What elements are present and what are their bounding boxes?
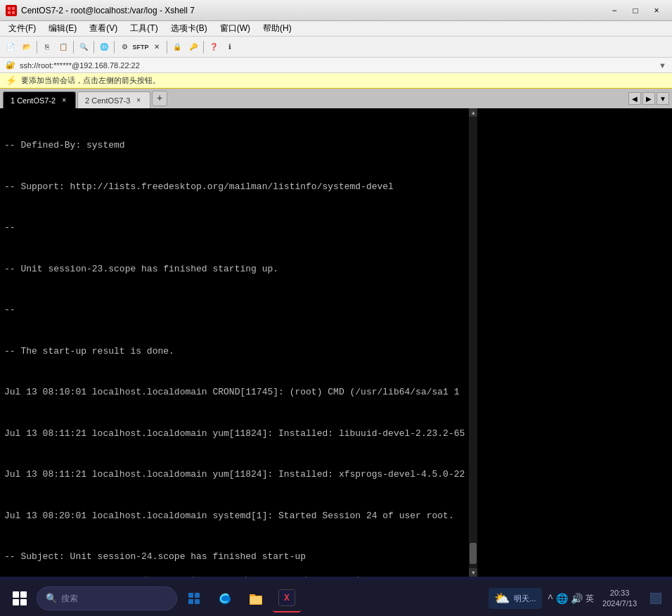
- title-bar: CentOS7-2 - root@localhost:/var/log - Xs…: [0, 0, 672, 21]
- menu-bar: 文件(F) 编辑(E) 查看(V) 工具(T) 选项卡(B) 窗口(W) 帮助(…: [0, 21, 672, 37]
- toolbar-new[interactable]: 📄: [3, 39, 18, 55]
- toolbar-paste[interactable]: 📋: [56, 39, 71, 55]
- toolbar-lock[interactable]: 🔒: [169, 39, 185, 55]
- term-line-6: -- The start-up result is done.: [4, 345, 465, 359]
- tab-close-2[interactable]: ×: [134, 96, 143, 105]
- tab-label-1: 1 CentOS7-2: [11, 96, 56, 105]
- toolbar-sep-5: [167, 41, 167, 53]
- address-text[interactable]: ssh://root:******@192.168.78.22:22: [20, 61, 654, 70]
- system-clock[interactable]: 20:33 2024/7/13: [600, 588, 640, 610]
- tray-lang[interactable]: 英: [586, 593, 594, 605]
- term-line-4: -- Unit session-23.scope has finished st…: [4, 262, 465, 276]
- menu-view[interactable]: 查看(V): [84, 21, 123, 36]
- toolbar-open[interactable]: 📂: [19, 39, 34, 55]
- toolbar-x1[interactable]: ✕: [149, 39, 164, 55]
- toolbar-key[interactable]: 🔑: [186, 39, 201, 55]
- address-dropdown[interactable]: ▼: [659, 61, 666, 70]
- toolbar-sep-2: [73, 41, 74, 53]
- edge-icon: [217, 590, 233, 607]
- start-sq-1: [13, 591, 19, 598]
- scroll-down[interactable]: ▼: [469, 568, 477, 577]
- tab-centos7-2[interactable]: 1 CentOS7-2 ×: [3, 91, 76, 108]
- tab-next[interactable]: ▶: [642, 92, 655, 105]
- svg-rect-0: [8, 7, 11, 10]
- tray-icons: ^ 🌐 🔊 英: [548, 593, 594, 605]
- term-line-9: Jul 13 08:11:21 localhost.localdomain yu…: [4, 468, 465, 482]
- tab-centos7-3[interactable]: 2 CentOS7-3 ×: [77, 91, 150, 108]
- clock-date: 2024/7/13: [602, 598, 637, 609]
- term-line-7: Jul 13 08:10:01 localhost.localdomain CR…: [4, 385, 465, 399]
- menu-window[interactable]: 窗口(W): [214, 21, 256, 36]
- taskbar-explorer[interactable]: [242, 584, 270, 612]
- taskbar-edge[interactable]: [211, 584, 239, 612]
- start-sq-3: [13, 599, 19, 605]
- toolbar-sep-3: [93, 41, 94, 53]
- tray-expand[interactable]: ^: [548, 593, 553, 604]
- info-bar: ⚡ 要添加当前会话，点击左侧的箭头按钮。: [0, 73, 672, 89]
- svg-rect-11: [650, 593, 661, 604]
- close-button[interactable]: ×: [647, 4, 666, 18]
- start-sq-2: [20, 591, 27, 598]
- tab-close-1[interactable]: ×: [60, 96, 68, 105]
- toolbar-find[interactable]: 🔍: [76, 39, 91, 55]
- menu-tabs[interactable]: 选项卡(B): [165, 21, 213, 36]
- term-line-8: Jul 13 08:11:21 localhost.localdomain yu…: [4, 427, 465, 441]
- weather-icon: ⛅: [494, 591, 510, 606]
- svg-rect-6: [188, 599, 193, 604]
- menu-help[interactable]: 帮助(H): [257, 21, 297, 36]
- main-area: -- Defined-By: systemd -- Support: http:…: [0, 108, 672, 563]
- info-icon: ⚡: [6, 75, 17, 86]
- menu-file[interactable]: 文件(F): [3, 21, 41, 36]
- svg-rect-5: [195, 593, 200, 598]
- info-text: 要添加当前会话，点击左侧的箭头按钮。: [21, 75, 160, 86]
- term-line-1: -- Defined-By: systemd: [4, 139, 465, 153]
- weather-widget[interactable]: ⛅ 明天...: [489, 588, 541, 609]
- notification-button[interactable]: [645, 584, 666, 612]
- ssh-icon: 🔐: [6, 60, 15, 70]
- search-placeholder: 搜索: [61, 593, 78, 605]
- minimize-button[interactable]: −: [605, 4, 624, 18]
- svg-rect-7: [195, 599, 200, 604]
- toolbar-copy[interactable]: ⎘: [39, 39, 55, 55]
- toolbar-sep-1: [37, 41, 37, 53]
- toolbar-help[interactable]: ❓: [206, 39, 221, 55]
- toolbar: 📄 📂 ⎘ 📋 🔍 🌐 ⚙ SFTP ✕ 🔒 🔑 ❓ ℹ: [0, 37, 672, 58]
- clock-time: 20:33: [610, 588, 630, 598]
- scroll-up[interactable]: ▲: [469, 108, 477, 117]
- svg-rect-3: [12, 11, 15, 14]
- toolbar-sep-6: [203, 41, 204, 53]
- toolbar-info[interactable]: ℹ: [222, 39, 238, 55]
- term-line-11: -- Subject: Unit session-24.scope has fi…: [4, 550, 465, 564]
- window-title: CentOS7-2 - root@localhost:/var/log - Xs…: [21, 6, 195, 15]
- tab-bar: 1 CentOS7-2 × 2 CentOS7-3 × + ◀ ▶ ▼: [0, 89, 672, 108]
- start-button[interactable]: [6, 584, 34, 612]
- term-line-3: --: [4, 221, 465, 235]
- address-bar: 🔐 ssh://root:******@192.168.78.22:22 ▼: [0, 58, 672, 73]
- tab-prev[interactable]: ◀: [628, 92, 641, 105]
- tab-add-button[interactable]: +: [152, 91, 167, 106]
- svg-rect-4: [188, 593, 193, 598]
- taskbar-search[interactable]: 🔍 搜索: [37, 586, 177, 610]
- toolbar-connect[interactable]: 🌐: [96, 39, 112, 55]
- toolbar-sep-4: [114, 41, 115, 53]
- taskbar-right: ⛅ 明天... ^ 🌐 🔊 英 20:33 2024/7/13: [489, 584, 666, 612]
- terminal[interactable]: -- Defined-By: systemd -- Support: http:…: [0, 108, 469, 577]
- terminal-wrapper[interactable]: -- Defined-By: systemd -- Support: http:…: [0, 108, 672, 577]
- menu-edit[interactable]: 编辑(E): [43, 21, 82, 36]
- taskbar-taskview[interactable]: [180, 584, 208, 612]
- menu-tools[interactable]: 工具(T): [124, 21, 163, 36]
- scroll-thumb[interactable]: [470, 543, 477, 564]
- tray-volume[interactable]: 🔊: [571, 593, 583, 605]
- tray-network[interactable]: 🌐: [556, 593, 568, 605]
- search-icon: 🔍: [46, 593, 57, 604]
- terminal-scrollbar[interactable]: ▲ ▼: [469, 108, 477, 577]
- toolbar-settings[interactable]: ⚙: [117, 39, 132, 55]
- toolbar-sftp[interactable]: SFTP: [133, 39, 148, 55]
- maximize-button[interactable]: □: [626, 4, 645, 18]
- start-icon: [13, 591, 27, 605]
- tab-menu[interactable]: ▼: [657, 92, 669, 105]
- taskbar-xshell[interactable]: X: [273, 584, 301, 612]
- term-line-5: --: [4, 303, 465, 317]
- tab-nav: ◀ ▶ ▼: [628, 92, 669, 105]
- xshell-icon: X: [278, 589, 295, 606]
